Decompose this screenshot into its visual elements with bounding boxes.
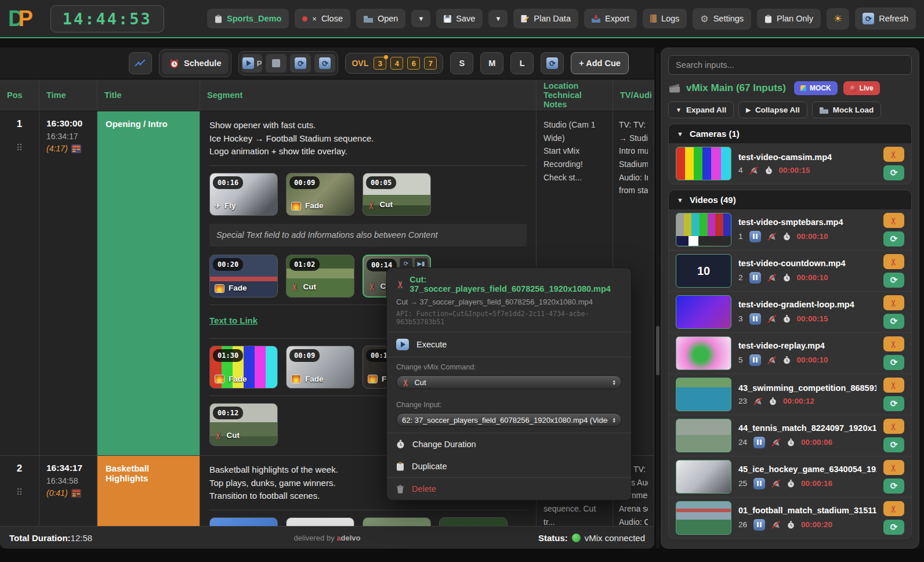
input-list-item[interactable]: test-video-camsim.mp4 4 00:00:15 ✂ ⟳ [669, 143, 911, 184]
export-button[interactable]: Export [584, 9, 637, 28]
stopwatch-icon [396, 440, 405, 449]
text-link[interactable]: Text to Link [209, 314, 258, 328]
clip-thumbnail[interactable] [363, 517, 431, 527]
clip-thumbnail[interactable]: 00:09 Fade [286, 173, 354, 216]
reload-input-button[interactable]: ⟳ [883, 231, 904, 246]
collapse-all-button[interactable]: ▶ Collapse All [738, 101, 807, 118]
videos-section-header[interactable]: ▼ Videos (49) [669, 190, 911, 209]
clip-thumbnail[interactable]: 00:16 ✈Fly [209, 173, 278, 216]
reload-input-button[interactable]: ⟳ [883, 165, 904, 180]
clip-thumbnail[interactable] [286, 517, 354, 527]
input-number: 23 [738, 397, 747, 405]
title-cell[interactable]: Opening / Intro [97, 111, 200, 455]
reload-input-button[interactable]: ⟳ [883, 478, 904, 494]
col-header-time: Time [39, 79, 97, 111]
input-select[interactable]: 62: 37_soccer_players_field_6078256_1920… [396, 413, 622, 427]
size-large-button[interactable]: L [510, 52, 534, 74]
select-stepper-icon: ▲▼ [613, 417, 616, 423]
save-button[interactable]: Save [436, 9, 483, 28]
close-button[interactable]: × Close [295, 9, 350, 28]
cut-to-input-button[interactable]: ✂ [883, 254, 904, 269]
overlay-7-button[interactable]: 7 [424, 57, 437, 70]
expand-all-button[interactable]: ▼ Expand All [668, 101, 734, 118]
input-list-item[interactable]: test-video-smptebars.mp4 1 00:00:10 ✂ ⟳ [669, 209, 911, 250]
size-medium-button[interactable]: M [480, 52, 503, 74]
stop-button[interactable] [266, 54, 287, 72]
input-list-item[interactable]: test-video-replay.mp4 5 00:00:10 ✂ ⟳ [669, 332, 911, 374]
command-select[interactable]: ✂ Cut ▲▼ [396, 375, 622, 389]
logs-button[interactable]: Logs [643, 9, 687, 28]
drag-handle[interactable]: ⠿ [0, 143, 39, 153]
clip-thumbnail[interactable] [209, 517, 278, 527]
clip-thumbnail[interactable]: 00:12 ✂Cut [209, 403, 278, 446]
live-badge[interactable]: Live [843, 81, 880, 95]
reload-input-button[interactable]: ⟳ [883, 396, 904, 411]
clip-thumbnail[interactable]: 01:02 ✂Cut [286, 255, 354, 298]
table-header-row: Pos Time Title Segment LocationTechnical… [0, 79, 654, 111]
input-list-item[interactable]: test-video-gradient-loop.mp4 3 00:00:15 … [669, 291, 911, 332]
overlay-6-button[interactable]: 6 [407, 57, 420, 70]
input-list-item[interactable]: 45_ice_hockey_game_6340054_1920... 25 00… [669, 456, 911, 497]
input-list-item[interactable]: 44_tennis_match_8224097_1920x108... 24 0… [669, 415, 911, 456]
play-program-button[interactable]: P [241, 54, 262, 72]
vertical-scrollbar[interactable] [656, 53, 660, 549]
loop-button[interactable]: ⟳ [290, 54, 311, 72]
mock-badge[interactable]: MOCK [794, 81, 838, 95]
cut-to-input-button[interactable]: ✂ [883, 460, 904, 475]
reload-input-button[interactable]: ⟳ [883, 273, 904, 288]
clip-thumbnail[interactable]: 00:09 Fade [286, 346, 354, 389]
schedule-button[interactable]: Schedule [162, 52, 229, 74]
plan-data-icon [521, 14, 529, 23]
add-cue-button[interactable]: + Add Cue [571, 52, 629, 74]
cameras-section-header[interactable]: ▼ Cameras (1) [669, 124, 911, 143]
pos-cell: 2 ⠿ [0, 456, 39, 526]
reload-input-button[interactable]: ⟳ [883, 355, 904, 370]
overlay-3-button[interactable]: 3 [374, 57, 386, 70]
duplicate-menu-item[interactable]: Duplicate [387, 455, 631, 477]
reload-input-button[interactable]: ⟳ [883, 314, 904, 329]
refresh-playlist-button[interactable]: ⟳ [314, 54, 335, 72]
project-button[interactable]: Sports_Demo [207, 9, 289, 28]
reload-input-button[interactable]: ⟳ [883, 520, 904, 535]
settings-button[interactable]: ⚙ Settings [693, 8, 751, 30]
execute-menu-item[interactable]: Execute [387, 332, 631, 357]
reload-input-button[interactable]: ⟳ [883, 437, 904, 452]
overlay-4-button[interactable]: 4 [390, 57, 403, 70]
cut-to-input-button[interactable]: ✂ [883, 213, 904, 228]
clip-thumbnail[interactable] [439, 517, 508, 527]
size-small-button[interactable]: S [450, 52, 473, 74]
search-input[interactable] [668, 55, 912, 75]
input-list-item[interactable]: 43_swimming_competition_8685913_... 23 0… [669, 374, 911, 415]
scrollbar-thumb[interactable] [656, 326, 660, 375]
folder-icon [820, 107, 828, 114]
input-list-item[interactable]: 10 test-video-countdown.mp4 2 00:00:10 ✂… [669, 250, 911, 291]
save-dropdown-button[interactable]: ▼ [488, 10, 508, 27]
cut-to-input-button[interactable]: ✂ [883, 336, 904, 351]
stats-button[interactable] [129, 52, 152, 74]
plan-data-button[interactable]: Plan Data [513, 9, 578, 28]
cut-to-input-button[interactable]: ✂ [883, 378, 904, 393]
cut-to-input-button[interactable]: ✂ [883, 295, 904, 310]
mock-load-button[interactable]: Mock Load [812, 101, 882, 118]
delete-menu-item[interactable]: Delete [387, 478, 631, 500]
change-duration-menu-item[interactable]: Change Duration [387, 433, 631, 455]
plan-only-button[interactable]: Plan Only [757, 9, 821, 28]
record-dot-icon [302, 16, 307, 21]
cut-to-input-button[interactable]: ✂ [883, 419, 904, 434]
refresh-button[interactable]: ⟳ Refresh [855, 8, 916, 30]
open-dropdown-button[interactable]: ▼ [411, 10, 430, 27]
clip-thumbnail[interactable]: 01:30 Fade [209, 346, 278, 389]
open-button[interactable]: Open [356, 9, 405, 28]
input-list-item[interactable]: 01_football_match_stadium_3151148... 26 … [669, 497, 911, 538]
cut-to-input-button[interactable]: ✂ [883, 501, 904, 516]
caret-down-icon: ▼ [677, 197, 683, 204]
theme-toggle-button[interactable]: ☀ [827, 8, 849, 30]
clip-thumbnail[interactable]: 00:20 Fade [209, 255, 278, 298]
sync-button[interactable]: ⟳ [541, 52, 564, 74]
input-select-label: Change Input: [387, 395, 631, 412]
clip-thumbnail[interactable]: 00:05 ✂Cut [363, 173, 431, 216]
special-note-field[interactable]: Special Text field to add Informations a… [209, 224, 527, 247]
drag-handle[interactable]: ⠿ [0, 487, 39, 498]
title-cell[interactable]: Basketball Highlights [97, 456, 200, 526]
cut-to-input-button[interactable]: ✂ [883, 147, 904, 162]
